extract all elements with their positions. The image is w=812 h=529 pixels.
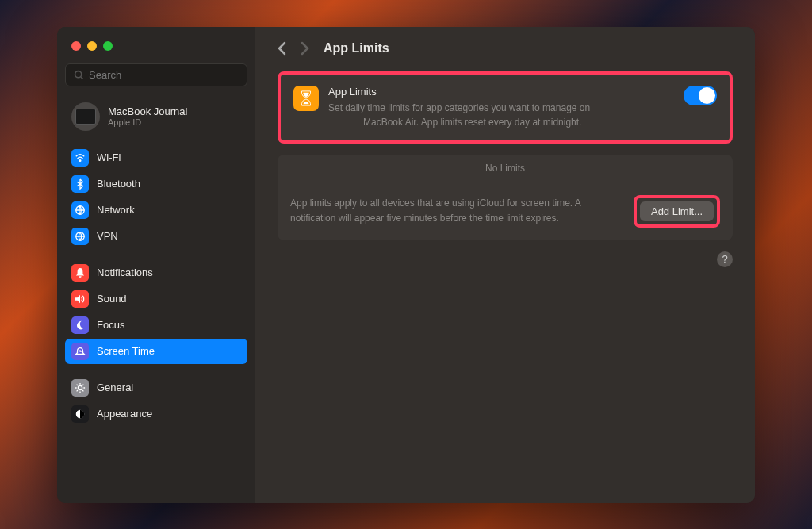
- svg-point-5: [78, 385, 82, 389]
- sidebar-item-vpn[interactable]: VPN: [65, 224, 247, 249]
- content-area: App Limits App Limits Set daily time lim…: [255, 27, 755, 503]
- sidebar-item-label: Sound: [97, 293, 127, 305]
- limits-card: No Limits App limits apply to all device…: [278, 155, 733, 240]
- card-title: App Limits: [328, 86, 674, 98]
- sidebar-item-focus[interactable]: Focus: [65, 312, 247, 338]
- hourglass-icon: [293, 86, 319, 111]
- account-row[interactable]: MacBook Journal Apple ID: [65, 98, 247, 136]
- sidebar-item-appearance[interactable]: Appearance: [65, 401, 247, 427]
- sidebar-item-bluetooth[interactable]: Bluetooth: [65, 171, 247, 197]
- limits-description: App limits apply to all devices that are…: [290, 196, 621, 226]
- vpn-icon: [71, 228, 89, 245]
- limits-body: App limits apply to all devices that are…: [278, 182, 733, 240]
- help-button[interactable]: ?: [717, 251, 733, 267]
- general-icon: [71, 379, 89, 397]
- card-desc-line2: MacBook Air. App limits reset every day …: [363, 117, 581, 128]
- sidebar-item-label: Screen Time: [97, 345, 155, 357]
- page-title: App Limits: [324, 41, 389, 56]
- network-icon: [71, 201, 89, 219]
- bluetooth-icon: [71, 175, 89, 193]
- wifi-icon: [71, 149, 89, 167]
- sidebar-section-focus: Notifications Sound Focus: [65, 260, 247, 364]
- sidebar-item-label: Notifications: [97, 266, 153, 278]
- sidebar-item-label: Wi-Fi: [97, 151, 121, 163]
- back-button[interactable]: [278, 41, 286, 56]
- sidebar: MacBook Journal Apple ID Wi-Fi: [57, 27, 255, 503]
- sidebar-item-wifi[interactable]: Wi-Fi: [65, 145, 247, 171]
- sidebar-item-network[interactable]: Network: [65, 197, 247, 223]
- redacted-name: [328, 117, 362, 127]
- sidebar-item-screentime[interactable]: Screen Time: [65, 339, 247, 364]
- search-box[interactable]: [65, 63, 247, 86]
- sidebar-section-general: General Appearance: [65, 375, 247, 427]
- forward-button[interactable]: [301, 41, 309, 56]
- search-input[interactable]: [89, 69, 239, 81]
- sound-icon: [71, 290, 89, 308]
- sidebar-item-general[interactable]: General: [65, 375, 247, 401]
- card-desc-line1: Set daily time limits for app categories…: [328, 102, 590, 113]
- app-limits-card: App Limits Set daily time limits for app…: [278, 71, 733, 144]
- avatar: [71, 102, 100, 131]
- svg-point-0: [75, 71, 82, 77]
- sidebar-item-label: General: [97, 381, 133, 393]
- focus-icon: [71, 316, 89, 334]
- screentime-icon: [71, 343, 89, 360]
- sidebar-item-notifications[interactable]: Notifications: [65, 260, 247, 286]
- sidebar-item-label: VPN: [97, 230, 118, 242]
- close-window-button[interactable]: [71, 41, 81, 51]
- svg-point-2: [79, 159, 81, 161]
- svg-line-1: [81, 76, 82, 78]
- sidebar-item-label: Bluetooth: [97, 178, 140, 190]
- add-limit-highlight: Add Limit...: [634, 195, 720, 228]
- app-limits-toggle[interactable]: [684, 86, 717, 105]
- sidebar-item-label: Appearance: [97, 408, 152, 420]
- appearance-icon: [71, 405, 89, 423]
- card-description: Set daily time limits for app categories…: [328, 101, 674, 129]
- limits-header: No Limits: [278, 155, 733, 182]
- content-header: App Limits: [278, 41, 733, 56]
- maximize-window-button[interactable]: [103, 41, 113, 51]
- traffic-lights: [65, 38, 247, 62]
- notifications-icon: [71, 264, 89, 282]
- sidebar-section-network: Wi-Fi Bluetooth Network: [65, 145, 247, 249]
- settings-window: MacBook Journal Apple ID Wi-Fi: [57, 27, 755, 503]
- sidebar-item-label: Network: [97, 204, 135, 216]
- account-text: MacBook Journal Apple ID: [108, 105, 187, 127]
- minimize-window-button[interactable]: [87, 41, 97, 51]
- toggle-knob: [699, 87, 715, 104]
- nav-arrows: [278, 41, 309, 56]
- account-sub: Apple ID: [108, 117, 187, 127]
- account-name: MacBook Journal: [108, 105, 187, 117]
- search-icon: [74, 70, 84, 80]
- sidebar-item-label: Focus: [97, 319, 124, 331]
- add-limit-button[interactable]: Add Limit...: [640, 201, 714, 221]
- sidebar-item-sound[interactable]: Sound: [65, 286, 247, 312]
